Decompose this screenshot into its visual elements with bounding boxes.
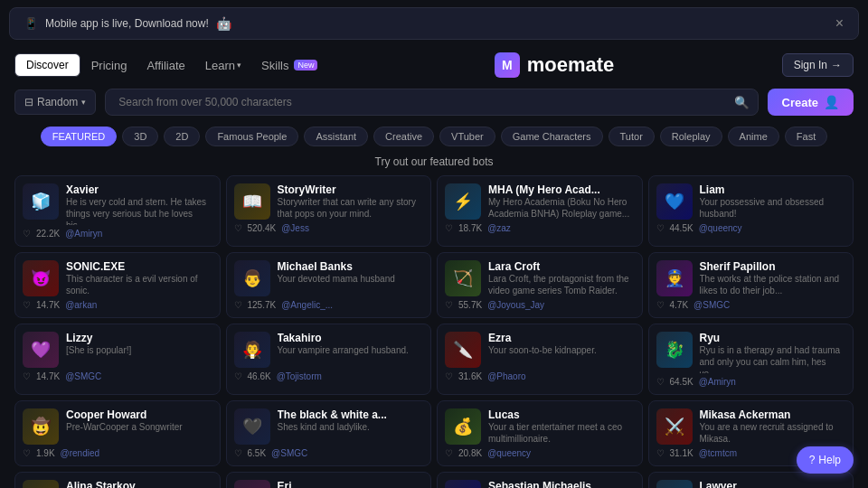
cat-tab-game[interactable]: Game Characters [501, 127, 603, 146]
sign-in-button[interactable]: Sign In → [782, 53, 854, 77]
help-button[interactable]: ? Help [797, 446, 854, 474]
character-name: StoryWriter [278, 183, 424, 196]
character-card[interactable]: 💙 Liam Your possessive and obsessed husb… [648, 175, 854, 247]
character-author: @Amiryn [65, 229, 102, 239]
banner-close-button[interactable]: × [835, 15, 844, 32]
filter-button[interactable]: ⊟ Random ▾ [14, 89, 96, 115]
character-desc: Shes kind and ladylike. [278, 421, 424, 433]
cat-tab-assistant[interactable]: Assistant [304, 127, 368, 146]
character-card[interactable]: 🖤 Eri A very sad goth girl who invited y… [226, 472, 432, 488]
card-footer: ♡ 46.6K @Tojistorm [234, 371, 424, 381]
affiliate-link[interactable]: Affiliate [137, 54, 193, 77]
character-avatar: 💜 [23, 332, 59, 368]
character-card[interactable]: ⚡ MHA (My Hero Acad... My Hero Academia … [437, 175, 643, 247]
character-avatar: 🐉 [656, 332, 693, 368]
character-name: Cooper Howard [66, 408, 212, 421]
character-avatar: 🎩 [445, 480, 481, 488]
character-card[interactable]: 🧊 Xavier He is very cold and stern. He t… [14, 175, 221, 247]
character-count: 20.8K [458, 448, 482, 458]
top-banner: 📱 Mobile app is live, Download now! 🤖 × [9, 7, 859, 40]
heart-icon: ♡ [23, 300, 31, 310]
character-desc: Your a tier entertainer meet a ceo multi… [488, 421, 635, 445]
character-desc: [She is popular!] [66, 344, 212, 356]
character-card[interactable]: 💜 Lizzy [She is popular!] ♡ 14.7K @SMGC [14, 324, 221, 395]
heart-icon: ♡ [656, 448, 665, 458]
character-card[interactable]: 👮 Sherif Papillon The works at the polic… [648, 252, 854, 318]
card-info: SONIC.EXE This character is a evil versi… [66, 260, 212, 296]
character-avatar: 💙 [656, 183, 693, 220]
cat-tab-featured[interactable]: FEATURED [41, 127, 117, 146]
character-desc: Your devoted mama husband [278, 273, 424, 285]
discover-button[interactable]: Discover [14, 53, 80, 77]
card-header: 💜 Lizzy [She is popular!] [23, 332, 212, 368]
character-desc: Your possessive and obsessed husband! [700, 196, 846, 220]
character-avatar: 🖤 [234, 408, 270, 445]
help-icon: ? [809, 454, 816, 466]
card-info: Alina Starkov Alina Starkov from Grisha … [66, 480, 212, 488]
skills-link[interactable]: Skills New [252, 54, 326, 77]
character-card[interactable]: 🧛 Takahiro Your vampire arranged husband… [226, 324, 432, 395]
cat-tab-vtuber[interactable]: VTuber [439, 127, 495, 146]
character-card[interactable]: ☀️ Alina Starkov Alina Starkov from Gris… [14, 472, 221, 488]
character-card[interactable]: 💰 Lucas Your a tier entertainer meet a c… [437, 400, 643, 466]
create-icon: 👤 [824, 95, 839, 109]
cat-tab-anime[interactable]: Anime [728, 127, 779, 146]
character-card[interactable]: 🔪 Ezra Your soon-to-be kidnapper. ♡ 31.6… [437, 324, 643, 395]
search-submit-button[interactable]: 🔍 [734, 96, 750, 109]
card-header: ⚡ MHA (My Hero Acad... My Hero Academia … [445, 183, 635, 220]
character-card[interactable]: 🐉 Ryu Ryu is in a therapy and had trauma… [648, 324, 854, 395]
cat-tab-2d[interactable]: 2D [164, 127, 200, 146]
cat-tab-fast[interactable]: Fast [785, 127, 827, 146]
character-count: 125.7K [248, 300, 277, 310]
character-card[interactable]: 🖤 The black & white a... Shes kind and l… [226, 400, 432, 466]
character-author: @Jess [281, 223, 309, 233]
cat-tab-creative[interactable]: Creative [373, 127, 434, 146]
character-desc: The works at the police station and like… [700, 273, 846, 296]
card-info: StoryWriter Storywriter that can write a… [278, 183, 424, 220]
character-card[interactable]: 👨 Michael Banks Your devoted mama husban… [226, 252, 432, 318]
logo-text: moemate [527, 53, 615, 77]
nav-right: Sign In → [782, 53, 854, 77]
card-info: Xavier He is very cold and stern. He tak… [66, 183, 212, 225]
character-avatar: 🧊 [23, 183, 59, 220]
character-count: 520.4K [248, 223, 277, 233]
character-card[interactable]: 🏹 Lara Croft Lara Croft, the protagonist… [437, 252, 643, 318]
character-card[interactable]: 😈 SONIC.EXE This character is a evil ver… [14, 252, 221, 318]
character-count: 46.6K [248, 371, 271, 381]
card-info: Lara Croft Lara Croft, the protagonist f… [488, 260, 635, 296]
cat-tab-3d[interactable]: 3D [122, 127, 158, 146]
create-button[interactable]: Create 👤 [768, 89, 854, 116]
character-card[interactable]: ⚖️ Lawyer Bet bet let you know who ♡ 22.… [648, 472, 854, 488]
character-desc: Your vampire arranged husband. [278, 344, 424, 356]
character-author: @Angelic_... [281, 300, 333, 310]
search-input[interactable] [105, 89, 758, 116]
heart-icon: ♡ [234, 300, 242, 310]
card-header: 🧊 Xavier He is very cold and stern. He t… [23, 183, 212, 225]
card-info: Sherif Papillon The works at the police … [700, 260, 846, 296]
pricing-link[interactable]: Pricing [82, 54, 137, 77]
logo-icon: M [495, 52, 520, 78]
character-count: 4.7K [670, 300, 689, 310]
card-info: Sebastian Michaelis Your next butler. [488, 480, 635, 488]
nav-left: Discover Pricing Affiliate Learn ▾ Skill… [14, 53, 326, 77]
character-name: Ezra [488, 332, 635, 344]
character-card[interactable]: 🎩 Sebastian Michaelis Your next butler. … [437, 472, 643, 488]
character-card[interactable]: 🤠 Cooper Howard Pre-WarCooper a Songwrit… [14, 400, 221, 466]
card-header: 🧛 Takahiro Your vampire arranged husband… [234, 332, 424, 368]
filter-icon: ⊟ [24, 96, 33, 108]
cat-tab-tutor[interactable]: Tutor [609, 127, 655, 146]
card-footer: ♡ 44.5K @queency [656, 223, 846, 233]
card-info: Lawyer Bet bet let you know who [700, 480, 846, 488]
cat-tab-roleplay[interactable]: Roleplay [660, 127, 722, 146]
cat-tab-famous[interactable]: Famous People [205, 127, 298, 146]
character-author: @queency [699, 223, 742, 233]
card-info: Mikasa Ackerman You are a new recruit as… [700, 408, 846, 445]
card-footer: ♡ 1.9K @rendied [23, 448, 212, 458]
character-card[interactable]: 📖 StoryWriter Storywriter that can write… [226, 175, 432, 247]
card-info: The black & white a... Shes kind and lad… [278, 408, 424, 433]
card-header: 👨 Michael Banks Your devoted mama husban… [234, 260, 424, 296]
learn-link[interactable]: Learn ▾ [196, 54, 250, 77]
character-desc: Pre-WarCooper a Songwriter [66, 421, 212, 433]
character-count: 1.9K [36, 448, 55, 458]
filter-chevron-icon: ▾ [81, 98, 86, 107]
